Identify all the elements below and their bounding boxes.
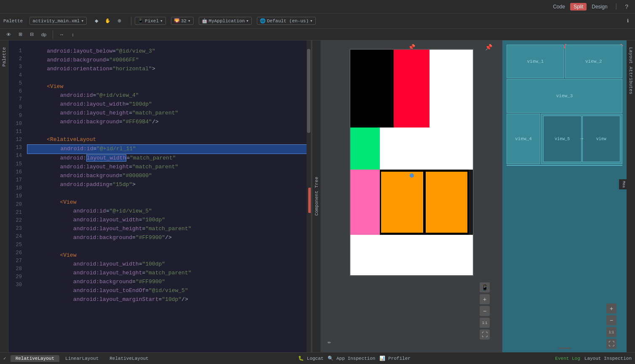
file-dropdown[interactable]: activity_main.xml ▾ — [29, 17, 87, 25]
code-line-27: android:background="#FF9900" — [27, 278, 307, 287]
code-editor[interactable]: 12345 678910 1112131415 1617181920 21222… — [8, 40, 311, 352]
code-line-17 — [27, 189, 307, 198]
logcat-label[interactable]: 🐛 Logcat — [298, 356, 323, 361]
zoom-ratio-button[interactable]: 1:1 — [480, 318, 490, 328]
top-toolbar: Code Split Design | ? — [0, 0, 635, 13]
chevron-down-icon-5: ▾ — [310, 18, 313, 24]
dv-inner-group: view_5 view → — [541, 114, 622, 164]
code-line-7: android:layout_width="100dp" — [27, 100, 307, 109]
app-dropdown[interactable]: 🤖 MyApplication ▾ — [199, 17, 252, 25]
api-level: 32 — [181, 19, 187, 24]
tool-icons: ◆ ✋ ⊕ — [92, 16, 124, 25]
dv-view-1[interactable]: view_1 — [507, 45, 564, 78]
phone-red-view — [394, 50, 430, 128]
dv-view6-label: view — [596, 137, 606, 141]
bottom-resize-handle[interactable] — [558, 348, 571, 349]
bottom-tab-relativelayout-2[interactable]: RelativeLayout — [104, 355, 153, 362]
zoom-plus-button[interactable]: + — [480, 294, 490, 304]
phone-pink-view — [350, 170, 380, 235]
zoom-minus-button[interactable]: − — [480, 306, 490, 316]
dv-view3-label: view_3 — [556, 93, 573, 98]
dv-row-4 — [507, 165, 622, 166]
dv-row-2: view_3 — [507, 79, 622, 113]
component-tree-panel: Component Tree — [312, 40, 321, 352]
phone-icon-button[interactable]: 📱 — [480, 282, 490, 292]
code-line-2: android:background="#0066FF" — [27, 56, 307, 65]
align-h-button[interactable]: ↔ — [56, 30, 67, 39]
phone-black-view — [350, 50, 394, 128]
bottom-tab-linearlayout[interactable]: LinearLayout — [60, 355, 104, 362]
zoom-tool-button[interactable]: ⊕ — [115, 16, 124, 25]
design-toolbar: Palette activity_main.xml ▾ ◆ ✋ ⊕ 📱 Pixe… — [0, 13, 635, 29]
code-line-14: android:layout_height="match_parent" — [27, 163, 307, 172]
phone-screen — [350, 50, 473, 275]
code-line-12: android:id="@+id/rl_11" — [27, 144, 307, 154]
code-line-4 — [27, 74, 307, 82]
help-button[interactable]: ? — [622, 3, 632, 11]
preview-zoom-controls: 📱 + − 1:1 ⛶ — [480, 282, 490, 340]
pan-tool-button[interactable]: ✋ — [102, 16, 114, 25]
api-group: 🌄 32 ▾ — [171, 17, 194, 25]
align-v-button[interactable]: ↕ — [69, 30, 77, 39]
code-line-25: android:layout_width="100dp" — [27, 260, 307, 269]
app-inspection-label[interactable]: 🔍 App Inspection — [328, 356, 375, 361]
layout-inspection-label[interactable]: Layout Inspection — [584, 356, 632, 361]
profiler-label[interactable]: 📊 Profiler — [379, 356, 410, 361]
toolbar-separator-2 — [53, 30, 53, 39]
device-dropdown[interactable]: 📱 Pixel ▾ — [135, 17, 166, 25]
dp-button[interactable]: dp — [38, 30, 49, 39]
constraints-button[interactable]: ⊟ — [27, 30, 37, 39]
event-log-label[interactable]: Event Log — [555, 356, 580, 361]
dv-view1-label: view_1 — [527, 59, 544, 64]
fullscreen-button[interactable]: ⛶ — [480, 329, 490, 340]
locale-name: Default (en-us) — [267, 19, 309, 24]
dv-view-3[interactable]: view_3 — [507, 79, 622, 113]
phone-green-view — [350, 128, 380, 170]
right-zoom-minus[interactable]: − — [606, 315, 616, 325]
code-line-11: <RelativeLayout — [27, 136, 307, 144]
dv-view-4[interactable]: view_4 — [507, 114, 540, 164]
resize-dot[interactable] — [410, 173, 414, 178]
phone-top-row — [350, 50, 473, 128]
edit-icon[interactable]: ✏ — [328, 338, 331, 345]
line-numbers: 12345 678910 1112131415 1617181920 21222… — [8, 44, 24, 349]
right-fullscreen[interactable]: ⛶ — [606, 339, 616, 349]
app-icon: 🤖 — [202, 18, 208, 24]
select-tool-button[interactable]: ◆ — [92, 16, 101, 25]
right-panel: 📌 📌 view_1 view_2 view_3 — [502, 40, 627, 352]
code-line-6: android:id="@+id/view_4" — [27, 91, 307, 100]
right-zoom-plus[interactable]: + — [606, 303, 616, 314]
code-line-16: android:padding="15dp"> — [27, 181, 307, 189]
dv-view-6[interactable]: view — [582, 116, 621, 162]
grid-button[interactable]: ⊞ — [16, 30, 25, 39]
code-line-9: android:background="#FF69B4"/> — [27, 118, 307, 127]
phone-orange-view-1 — [381, 172, 423, 233]
code-line-19: android:id="@+id/view_5" — [27, 207, 307, 216]
design-toolbar-2: 👁 ⊞ ⊟ dp ↔ ↕ — [0, 29, 635, 40]
code-line-20: android:layout_width="100dp" — [27, 216, 307, 225]
dv-view2-label: view_2 — [585, 59, 602, 64]
design-view: 📌 📌 view_1 view_2 view_3 — [502, 40, 627, 352]
phone-preview — [350, 49, 474, 276]
locale-dropdown[interactable]: 🌐 Default (en-us) ▾ — [257, 17, 316, 25]
bottom-tab-relativelayout-1[interactable]: RelativeLayout — [11, 355, 59, 362]
component-tree-label: Component Tree — [314, 177, 319, 215]
design-button[interactable]: Design — [588, 3, 611, 11]
dv-view-2[interactable]: view_2 — [565, 45, 623, 78]
phone-third-row — [350, 170, 473, 235]
measure-label: Mea — [619, 179, 627, 189]
api-dropdown[interactable]: 🌄 32 ▾ — [171, 17, 194, 25]
code-button[interactable]: Code — [550, 3, 568, 11]
eye-button[interactable]: 👁 — [3, 30, 14, 39]
right-zoom-controls: + − 1:1 ⛶ — [606, 303, 616, 349]
dv-view-5[interactable]: view_5 — [543, 116, 582, 162]
bottom-toolbar: ✓ RelativeLayout LinearLayout RelativeLa… — [0, 352, 635, 364]
right-zoom-ratio[interactable]: 1:1 — [606, 327, 616, 337]
code-line-10 — [27, 127, 307, 136]
info-button[interactable]: ℹ — [624, 16, 632, 25]
attributes-label: Layout Attributes — [628, 47, 633, 94]
device-icon: 📱 — [138, 18, 144, 24]
locale-group: 🌐 Default (en-us) ▾ — [257, 17, 316, 25]
device-name: Pixel — [145, 19, 159, 24]
split-button[interactable]: Split — [570, 3, 587, 11]
